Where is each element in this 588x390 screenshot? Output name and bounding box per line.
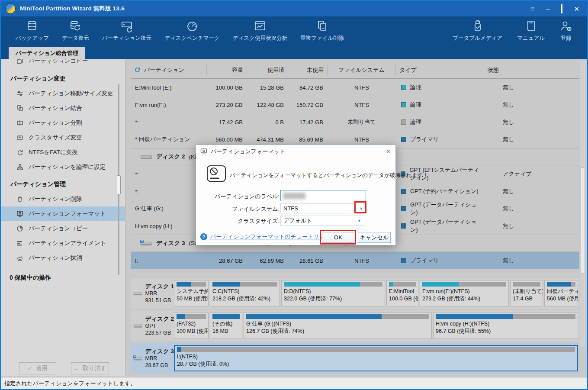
usage-bar [389, 282, 416, 287]
disk-benchmark-icon [186, 19, 199, 32]
duplicate-file-icon [316, 19, 329, 32]
disk-map: ディスク 1MBR931.51 GB システム予約50 MB (使用済 C:C(… [131, 278, 579, 375]
alignment-icon [16, 240, 23, 247]
partition-block[interactable]: E:MiniTool100.0 GB (使用 [386, 280, 418, 306]
sidebar-item-set-logical[interactable]: パーティションを論理に設定 [1, 160, 125, 174]
refresh-icon[interactable] [134, 67, 141, 73]
register-user-icon [559, 19, 572, 32]
app-logo-icon [5, 3, 16, 14]
sidebar-item-alignment[interactable]: パーティションアライメント [1, 236, 125, 251]
partition-block[interactable]: H:vm copy (H:)(NTFS)96.7 GB (使用済: 55%) [433, 313, 578, 339]
partition-block[interactable]: G:仕事 (G:)(NTFS)126.7 GB (使用済: 74%) [244, 313, 432, 339]
sidebar-item-copy[interactable]: パーティションコピー [1, 221, 125, 236]
disk-map-row: ディスク 1MBR931.51 GB システム予約50 MB (使用済 C:C(… [131, 278, 579, 309]
toolbar-disk-benchmark[interactable]: ディスクベンチマーク [159, 18, 225, 44]
sidebar-item-wipe[interactable]: パーティション抹消 [1, 251, 125, 265]
toolbar-backup[interactable]: バックアップ [10, 18, 54, 44]
bootable-media-icon [471, 19, 484, 32]
partition-block-unallocated[interactable]: (未割り当て)17.4 GB [510, 280, 543, 306]
col-unused: 未使用 [288, 64, 328, 76]
usage-bar [177, 314, 206, 319]
table-row[interactable]: *: 17.42 GB 0 B 17.42 GB 未割り当て 論理 無し [131, 113, 579, 131]
sidebar-item-merge[interactable]: パーティション結合 [1, 101, 125, 116]
sidebar-item-convert-ntfs-fat[interactable]: NTFSをFATに変換 [1, 145, 125, 160]
annotation-box-ok-button [320, 230, 356, 245]
filesystem-select[interactable]: NTFS [280, 203, 354, 213]
partition-block[interactable]: C:C(NTFS)218.2 GB (使用済: 42%) [210, 280, 280, 306]
sidebar-scrollbar-thumb[interactable] [117, 175, 121, 194]
maximize-button[interactable] [561, 6, 562, 12]
type-color-square [401, 206, 406, 211]
sidebar-item-split[interactable]: パーティション分割 [1, 116, 125, 130]
sidebar-section-manage: パーティション管理 [1, 174, 125, 192]
cluster-size-select[interactable]: デフォルト ▼ [280, 216, 364, 226]
sidebar: パーティションコピー パーティション変更 パーティション移動/サイズ変更 パーテ… [1, 59, 125, 361]
type-color-square [401, 137, 406, 142]
main-scrollbar-thumb[interactable] [581, 168, 585, 274]
tutorial-link[interactable]: パーティションフォーマットのチュートリアル [210, 233, 331, 241]
status-text: 指定されたパーティションをフォーマットします。 [4, 380, 136, 387]
col-partition: パーティション [144, 66, 184, 74]
sidebar-item-move-resize[interactable]: パーティション移動/サイズ変更 [1, 86, 125, 101]
toolbar-manual[interactable]: マニュアル [512, 18, 550, 44]
type-color-square [401, 258, 406, 263]
toolbar-duplicate-remover[interactable]: 重複ファイル削除 [295, 18, 349, 44]
table-row-selected[interactable]: I: 28.67 GB 62.89 MB 28.61 GB NTFS プライマリ… [131, 252, 579, 269]
undo-button[interactable]: ← 取り消す [71, 362, 109, 374]
table-row[interactable]: E:MiniTool (E:) 100.00 GB 15.28 GB 84.72… [131, 79, 579, 96]
usage-bar [547, 282, 575, 287]
window-title: MiniTool Partition Wizard 無料版 13.6 [20, 5, 125, 13]
toolbar-bootable-media[interactable]: ブータブルメディア [447, 18, 508, 44]
minimize-button[interactable]: – [546, 6, 549, 12]
sidebar-item-cluster-size[interactable]: クラスタサイズ変更 [1, 130, 125, 145]
sidebar-item-partition-copy-clipped[interactable]: パーティションコピー [1, 59, 125, 68]
toolbar-data-recovery[interactable]: データ復元 [57, 18, 94, 44]
close-button[interactable]: ✕ [574, 6, 579, 12]
dialog-close-icon[interactable]: ✕ [386, 148, 391, 155]
maximize-icon [561, 4, 562, 13]
table-row[interactable]: F:vm run(F:) 273.20 GB 122.48 GB 150.72 … [131, 96, 579, 113]
main-scrollbar-track[interactable] [580, 61, 585, 347]
partition-block[interactable]: (FAT32)100 MB (使用済 [174, 313, 209, 339]
disk-info[interactable]: ディスク 3MBR28.67 GB [131, 343, 174, 374]
menu-icon[interactable]: ≡ [530, 5, 535, 13]
usage-bar [212, 282, 277, 287]
partition-block[interactable]: システム予約50 MB (使用済 [174, 280, 209, 306]
usb-disk-icon [133, 353, 142, 364]
tab-partition-management[interactable]: パーティション総合管理 [9, 47, 85, 59]
format-warning-icon [206, 165, 226, 182]
backup-icon [26, 19, 39, 32]
cancel-button[interactable]: キャンセル [358, 232, 391, 243]
cluster-size-icon [16, 134, 23, 141]
manual-book-icon [524, 19, 537, 32]
toolbar-disk-analysis[interactable]: ディスク使用状況分析 [228, 18, 292, 44]
disk-info[interactable]: ディスク 1MBR931.51 GB [131, 278, 174, 309]
usage-bar [513, 282, 540, 287]
check-icon: ✓ [28, 365, 32, 372]
apply-button[interactable]: ✓ 適用 [19, 362, 56, 374]
sidebar-item-format[interactable]: パーティションフォーマット [1, 206, 125, 221]
copy-icon [16, 59, 23, 64]
disk-info[interactable]: ディスク 2GPT223.57 GB [131, 310, 174, 341]
disk-analysis-icon [254, 19, 267, 32]
toolbar-partition-recovery[interactable]: パーティション復元 [97, 18, 157, 44]
col-type: タイプ [396, 64, 484, 76]
dialog-title-bar: パーティションフォーマット ✕ [196, 145, 395, 158]
undo-arrow-icon: ← [74, 365, 79, 372]
toolbar-register[interactable]: 登録 [554, 18, 578, 44]
disk-icon [133, 289, 142, 298]
merge-icon [16, 105, 23, 112]
disk-map-row: ディスク 2GPT223.57 GB (FAT32)100 MB (使用済 (そ… [131, 310, 579, 341]
partition-block[interactable]: 回復パーティション560 MB (使用済 [544, 280, 578, 306]
sidebar-item-delete[interactable]: パーティション削除 [1, 192, 125, 206]
partition-block[interactable]: (その他)16 MB [210, 313, 242, 339]
partition-label-input[interactable] [280, 190, 366, 201]
partition-block[interactable]: D:D(NTFS)322.0 GB (使用済: 77%) [281, 280, 385, 306]
filesystem-field-label: ファイルシステム: [196, 205, 280, 213]
convert-icon [16, 149, 23, 156]
pie-copy-icon [16, 225, 23, 232]
partition-block-selected[interactable]: I:(NTFS)28.7 GB (使用済: 0%) [174, 345, 578, 371]
usage-bar [177, 282, 206, 287]
partition-block[interactable]: F:vm run(F:)(NTFS)273.2 GB (使用済: 44%) [420, 280, 509, 306]
dialog-warning-text: パーティションをフォーマットするとパーティションのデータが破壊されます！ [230, 172, 428, 179]
